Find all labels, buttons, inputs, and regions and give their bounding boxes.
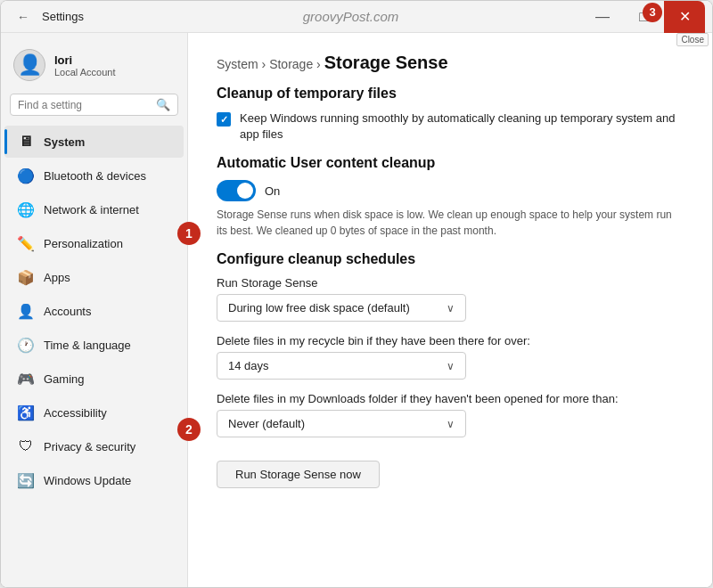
gaming-icon: 🎮	[17, 370, 35, 388]
sidebar-item-accessibility[interactable]: ♿ Accessibility	[4, 396, 184, 429]
user-name: lori	[54, 53, 116, 67]
downloads-dropdown[interactable]: Never (default) ∨	[217, 410, 466, 437]
section1-title: Cleanup of temporary files	[217, 86, 684, 102]
badge-3: 3	[643, 3, 662, 22]
sidebar-item-label-gaming: Gaming	[44, 372, 85, 386]
storage-sense-toggle[interactable]	[217, 180, 256, 201]
user-type: Local Account	[54, 67, 116, 78]
minimize-button[interactable]: —	[582, 1, 623, 33]
window-title: Settings	[42, 10, 84, 23]
run-storage-sense-label: Run Storage Sense	[217, 276, 684, 290]
recycle-bin-value: 14 days	[228, 359, 269, 372]
back-button[interactable]: ←	[12, 8, 35, 26]
content-area: System › Storage › Storage Sense Cleanup…	[188, 33, 712, 587]
run-storage-sense-chevron: ∨	[447, 302, 455, 314]
section3-title: Configure cleanup schedules	[217, 251, 684, 267]
sidebar-item-label-privacy: Privacy & security	[44, 440, 135, 453]
sidebar-item-personalization[interactable]: ✏️ Personalization	[4, 227, 184, 259]
downloads-label: Delete files in my Downloads folder if t…	[217, 392, 684, 405]
sidebar-item-label-accessibility: Accessibility	[44, 406, 107, 420]
downloads-group: Delete files in my Downloads folder if t…	[217, 392, 684, 437]
recycle-bin-dropdown[interactable]: 14 days ∨	[217, 352, 466, 380]
recycle-bin-label: Delete files in my recycle bin if they h…	[217, 334, 684, 347]
main-area: 👤 lori Local Account 🔍 🖥 System 🔵 Blueto…	[1, 33, 712, 587]
search-input[interactable]	[18, 99, 151, 111]
network-icon: 🌐	[17, 200, 35, 218]
recycle-bin-group: Delete files in my recycle bin if they h…	[217, 334, 684, 380]
sidebar-item-windows-update[interactable]: 🔄 Windows Update	[4, 464, 184, 496]
downloads-value: Never (default)	[228, 417, 305, 430]
breadcrumb-sep1: ›	[262, 57, 266, 71]
search-icon: 🔍	[156, 98, 170, 111]
close-label: Close	[676, 33, 709, 46]
sidebar-item-label-personalization: Personalization	[44, 237, 123, 250]
sidebar-item-label-network: Network & internet	[44, 203, 139, 216]
system-icon: 🖥	[17, 133, 35, 151]
privacy-icon: 🛡	[17, 437, 35, 455]
run-storage-sense-now-button[interactable]: Run Storage Sense now	[217, 461, 380, 488]
sidebar-item-label-apps: Apps	[44, 271, 70, 284]
sidebar-item-network[interactable]: 🌐 Network & internet	[4, 193, 184, 225]
sidebar-item-label-accounts: Accounts	[44, 305, 91, 318]
sidebar-item-label-system: System	[44, 135, 85, 149]
close-button[interactable]: ✕	[664, 1, 705, 33]
temp-files-checkbox[interactable]	[217, 112, 231, 127]
apps-icon: 📦	[17, 268, 35, 286]
accounts-icon: 👤	[17, 302, 35, 320]
search-bar[interactable]: 🔍	[10, 94, 178, 116]
watermark: groovyPost.com	[119, 9, 582, 24]
recycle-bin-chevron: ∨	[447, 360, 455, 372]
sidebar-item-accounts[interactable]: 👤 Accounts	[4, 295, 184, 327]
storage-sense-description: Storage Sense runs when disk space is lo…	[217, 207, 684, 239]
title-bar: ← Settings groovyPost.com 3 — □ ✕	[1, 1, 712, 33]
run-storage-sense-group: Run Storage Sense During low free disk s…	[217, 276, 684, 322]
sidebar-item-time[interactable]: 🕐 Time & language	[4, 329, 184, 361]
section2-title: Automatic User content cleanup	[217, 155, 684, 171]
run-storage-sense-dropdown[interactable]: During low free disk space (default) ∨	[217, 294, 466, 322]
breadcrumb: System › Storage › Storage Sense	[217, 53, 684, 73]
user-section: 👤 lori Local Account	[1, 40, 187, 94]
sidebar-item-bluetooth[interactable]: 🔵 Bluetooth & devices	[4, 159, 184, 192]
run-storage-sense-value: During low free disk space (default)	[228, 301, 410, 314]
time-icon: 🕐	[17, 336, 35, 354]
windows-update-icon: 🔄	[17, 471, 35, 489]
breadcrumb-part1: System	[217, 57, 258, 71]
sidebar-item-label-time: Time & language	[44, 339, 131, 352]
sidebar-item-label-bluetooth: Bluetooth & devices	[44, 169, 146, 183]
sidebar-item-label-windows-update: Windows Update	[44, 474, 131, 487]
checkbox-row: Keep Windows running smoothly by automat…	[217, 110, 684, 143]
window-controls: 3 — □ ✕	[582, 1, 705, 33]
sidebar-item-system[interactable]: 🖥 System	[4, 126, 184, 158]
breadcrumb-current: Storage Sense	[324, 53, 448, 72]
avatar: 👤	[13, 49, 45, 81]
breadcrumb-sep2: ›	[316, 57, 321, 71]
checkbox-text: Keep Windows running smoothly by automat…	[240, 110, 684, 143]
breadcrumb-part2: Storage	[269, 57, 313, 71]
personalization-icon: ✏️	[17, 234, 35, 252]
sidebar-item-apps[interactable]: 📦 Apps	[4, 261, 184, 293]
downloads-chevron: ∨	[447, 418, 455, 430]
sidebar-item-privacy[interactable]: 🛡 Privacy & security	[4, 430, 184, 462]
sidebar: 👤 lori Local Account 🔍 🖥 System 🔵 Blueto…	[1, 33, 188, 587]
user-info: lori Local Account	[54, 53, 116, 78]
toggle-label: On	[265, 184, 280, 198]
toggle-row: On	[217, 180, 684, 201]
accessibility-icon: ♿	[17, 404, 35, 421]
bluetooth-icon: 🔵	[17, 167, 35, 184]
sidebar-item-gaming[interactable]: 🎮 Gaming	[4, 363, 184, 395]
